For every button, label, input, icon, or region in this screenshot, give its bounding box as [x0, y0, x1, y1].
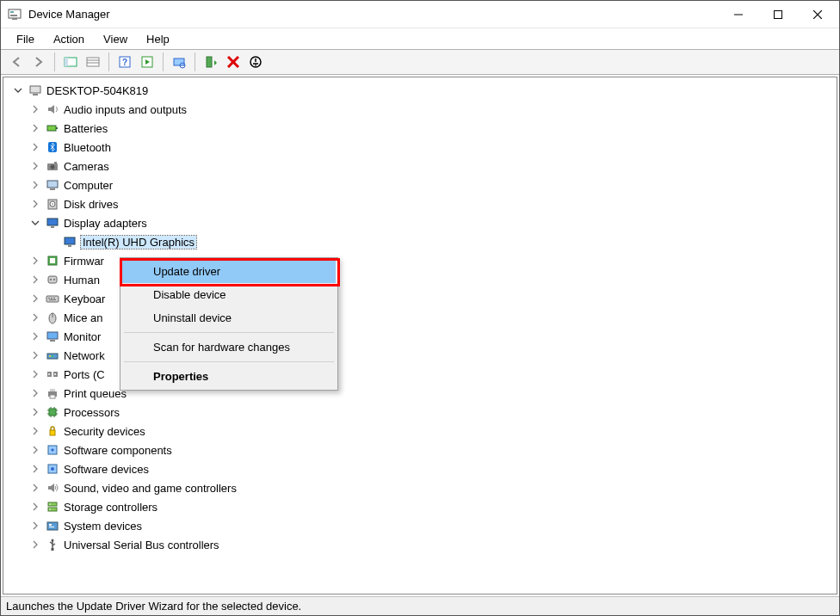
expander-icon[interactable] — [29, 463, 41, 475]
tree-category-label: Software components — [64, 444, 172, 457]
svg-rect-9 — [65, 58, 68, 66]
menu-view[interactable]: View — [95, 31, 136, 47]
tree-category[interactable]: Cameras — [9, 157, 837, 176]
expander-icon[interactable] — [29, 179, 41, 191]
expander-icon[interactable] — [29, 103, 41, 115]
tree-category[interactable]: Computer — [9, 176, 837, 194]
expander-icon[interactable] — [29, 444, 41, 456]
tree-category[interactable]: Software devices — [9, 459, 837, 478]
expander-icon[interactable] — [29, 274, 41, 286]
tree-category[interactable]: Storage controllers — [9, 497, 837, 516]
svg-rect-16 — [174, 59, 184, 65]
display-icon — [45, 215, 60, 231]
tree-category-label: Network — [64, 349, 105, 362]
help-topics-button[interactable] — [83, 52, 103, 72]
expander-icon[interactable] — [29, 520, 41, 532]
system-icon — [45, 518, 60, 533]
expander-icon[interactable] — [29, 368, 41, 380]
storage-icon — [45, 499, 60, 514]
audio-icon — [45, 102, 60, 117]
context-menu-separator — [124, 332, 334, 333]
tree-category[interactable]: Sound, video and game controllers — [9, 478, 837, 497]
tree-category[interactable]: Audio inputs and outputs — [9, 100, 837, 119]
tree-category-label: Storage controllers — [64, 501, 158, 514]
svg-rect-5 — [775, 10, 782, 18]
context-menu-item[interactable]: Scan for hardware changes — [122, 336, 336, 359]
sound-icon — [45, 480, 60, 496]
disable-button[interactable] — [245, 52, 266, 72]
tree-category-label: Ports (C — [64, 368, 105, 381]
minimize-button[interactable] — [719, 2, 758, 28]
toolbar-separator — [54, 52, 55, 71]
firmware-icon — [45, 253, 60, 268]
toolbar: ? — [1, 49, 839, 75]
toolbar-separator — [195, 52, 195, 71]
tree-category-label: Audio inputs and outputs — [64, 103, 187, 116]
tree-category[interactable]: Bluetooth — [9, 138, 837, 157]
tree-root[interactable]: DESKTOP-504K819 — [9, 81, 837, 100]
show-hide-console-button[interactable] — [60, 52, 81, 72]
menu-action[interactable]: Action — [45, 31, 93, 47]
maximize-button[interactable] — [758, 2, 798, 28]
uninstall-button[interactable] — [223, 52, 244, 72]
tree-category[interactable]: Display adapters — [9, 213, 837, 232]
expander-icon[interactable] — [29, 217, 41, 229]
action-button[interactable] — [137, 52, 158, 72]
expander-icon[interactable] — [29, 293, 41, 305]
expander-icon[interactable] — [29, 406, 41, 418]
expander-icon[interactable] — [29, 539, 41, 551]
window-title: Device Manager — [28, 8, 110, 21]
tree-category[interactable]: System devices — [9, 516, 837, 535]
expander-icon[interactable] — [29, 122, 41, 134]
close-button[interactable] — [798, 2, 837, 28]
help-button[interactable]: ? — [114, 52, 135, 72]
tree-category[interactable]: Software components — [9, 440, 837, 459]
tree-device[interactable]: Intel(R) UHD Graphics — [9, 232, 837, 251]
tree-category[interactable]: Processors — [9, 403, 837, 422]
expander-icon[interactable] — [29, 482, 41, 494]
expander-icon[interactable] — [29, 198, 41, 210]
expander-icon[interactable] — [29, 160, 41, 172]
expander-icon[interactable] — [29, 330, 41, 342]
nav-back-button[interactable] — [6, 52, 27, 72]
titlebar: Device Manager — [1, 1, 839, 28]
scan-hardware-button[interactable] — [169, 52, 189, 72]
app-icon — [8, 8, 22, 22]
context-menu-item[interactable]: Update driver — [122, 260, 336, 283]
ports-icon — [45, 367, 60, 382]
update-driver-button[interactable] — [201, 52, 221, 72]
svg-rect-10 — [87, 58, 99, 66]
tree-category[interactable]: Batteries — [9, 119, 837, 138]
tree-category-label: Mice an — [64, 311, 103, 324]
nav-forward-button[interactable] — [28, 52, 49, 72]
expander-none — [46, 236, 59, 248]
expander-icon[interactable] — [29, 255, 41, 267]
swcomp-icon — [45, 442, 60, 458]
usb-icon — [45, 537, 60, 552]
tree-device-label: Intel(R) UHD Graphics — [81, 236, 196, 249]
tree-category-label: Keyboar — [64, 293, 105, 305]
menu-file[interactable]: File — [8, 31, 43, 47]
expander-icon[interactable] — [29, 141, 41, 153]
tree-category-label: Print queues — [64, 387, 127, 400]
expander-icon[interactable] — [29, 501, 41, 513]
context-menu-item[interactable]: Disable device — [122, 283, 336, 306]
svg-text:?: ? — [122, 58, 127, 67]
expander-icon[interactable] — [29, 425, 41, 437]
menu-help[interactable]: Help — [138, 31, 178, 47]
context-menu-item[interactable]: Uninstall device — [122, 306, 336, 330]
expander-icon[interactable] — [12, 84, 24, 96]
cpu-icon — [45, 404, 60, 420]
expander-icon[interactable] — [29, 387, 41, 399]
tree-category[interactable]: Universal Serial Bus controllers — [9, 535, 837, 554]
tree-category[interactable]: Security devices — [9, 422, 837, 440]
network-icon — [45, 348, 60, 363]
tree-category-label: Computer — [64, 179, 113, 192]
expander-icon[interactable] — [29, 349, 41, 361]
expander-icon[interactable] — [29, 311, 41, 323]
svg-rect-18 — [207, 57, 212, 67]
context-menu-item[interactable]: Properties — [122, 365, 336, 388]
tree-category[interactable]: Disk drives — [9, 194, 837, 213]
toolbar-separator — [163, 52, 164, 71]
context-menu-separator — [124, 361, 334, 362]
